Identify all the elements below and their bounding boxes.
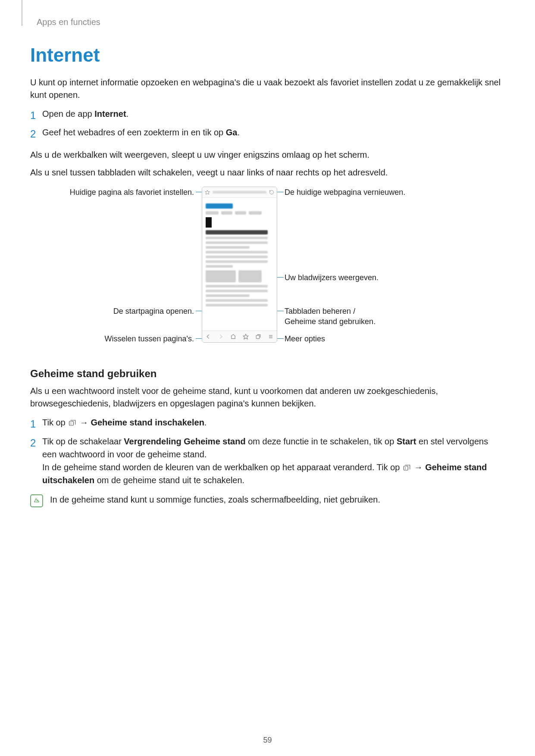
list-item: 2 Geef het webadres of een zoekterm in e… <box>30 126 505 142</box>
note-text: In de geheime stand kunt u sommige funct… <box>50 494 380 506</box>
step-text: Tik op 1 → Geheime stand inschakelen. <box>42 416 505 429</box>
list-item: 2 Tik op de schakelaar Vergrendeling Geh… <box>30 435 505 487</box>
step-text: Tik op de schakelaar Vergrendeling Gehei… <box>42 435 505 487</box>
arrow-text: → <box>412 462 425 472</box>
tabs-icon: 1 <box>403 462 411 469</box>
switch-name: Vergrendeling Geheime stand <box>124 437 245 446</box>
page-content-blur <box>202 198 277 312</box>
note: In de geheime stand kunt u sommige funct… <box>30 494 505 507</box>
home-icon <box>230 334 236 340</box>
text-fragment: Open de app <box>42 109 94 119</box>
secret-intro-paragraph: Als u een wachtwoord instelt voor de geh… <box>30 385 505 410</box>
steps-list-2: 1 Tik op 1 → Geheime stand inschakelen. … <box>30 416 505 486</box>
text-fragment: . <box>126 109 129 119</box>
callout-favorite: Huidige pagina als favoriet instellen. <box>30 187 194 197</box>
text-fragment: . <box>204 418 207 427</box>
intro-paragraph: U kunt op internet informatie opzoeken e… <box>30 76 505 101</box>
callout-more: Meer opties <box>285 334 470 344</box>
arrow-text: → <box>77 418 91 427</box>
step-text: Geef het webadres of een zoekterm in en … <box>42 126 505 142</box>
text-fragment: Geef het webadres of een zoekterm in en … <box>42 128 226 137</box>
svg-text:1: 1 <box>405 466 407 469</box>
refresh-icon <box>269 190 274 195</box>
forward-icon <box>218 334 224 340</box>
tabs-icon <box>255 334 261 340</box>
paragraph-tabs: Als u snel tussen tabbladen wilt schakel… <box>30 166 505 179</box>
note-icon <box>30 494 43 507</box>
svg-marker-1 <box>243 334 248 340</box>
svg-rect-2 <box>256 335 260 339</box>
button-name: Start <box>397 437 416 446</box>
back-icon <box>205 334 211 340</box>
side-rule <box>22 0 22 26</box>
step-number: 2 <box>30 126 42 142</box>
action-name: Ga <box>226 128 238 137</box>
page: Apps en functies Internet U kunt op inte… <box>0 0 535 756</box>
step-number: 2 <box>30 435 42 451</box>
step-number: 1 <box>30 107 42 123</box>
callout-nav: Wisselen tussen pagina's. <box>30 334 194 344</box>
text-fragment: In de geheime stand worden de kleuren va… <box>42 462 402 472</box>
list-item: 1 Open de app Internet. <box>30 107 505 123</box>
menu-item-name: Geheime stand inschakelen <box>91 418 204 427</box>
text-fragment: Tik op de schakelaar <box>42 437 124 446</box>
app-name: Internet <box>94 109 126 119</box>
phone-mock <box>202 187 277 343</box>
paragraph-toolbar: Als u de werkbalken wilt weergeven, slee… <box>30 149 505 161</box>
steps-list-1: 1 Open de app Internet. 2 Geef het webad… <box>30 107 505 142</box>
text-fragment: om de geheime stand uit te schakelen. <box>94 475 244 485</box>
text-fragment: om deze functie in te schakelen, tik op <box>246 437 397 446</box>
tabs-icon: 1 <box>69 417 76 424</box>
list-item: 1 Tik op 1 → Geheime stand inschakelen. <box>30 416 505 432</box>
text-fragment: . <box>238 128 240 137</box>
step-number: 1 <box>30 416 42 432</box>
breadcrumb: Apps en functies <box>37 17 505 27</box>
address-bar <box>202 187 277 198</box>
menu-icon <box>268 334 274 340</box>
callout-tabs: Tabbladen beheren / Geheime stand gebrui… <box>285 306 470 327</box>
secret-mode-heading: Geheime stand gebruiken <box>30 368 505 380</box>
url-placeholder <box>213 191 266 194</box>
callout-bookmarks: Uw bladwijzers weergeven. <box>285 273 470 283</box>
step-text: Open de app Internet. <box>42 107 505 123</box>
browser-toolbar <box>202 331 277 342</box>
svg-text:1: 1 <box>70 422 72 425</box>
page-number: 59 <box>0 736 535 745</box>
page-title: Internet <box>30 44 505 66</box>
figure: Huidige pagina als favoriet instellen. D… <box>30 187 505 355</box>
callout-refresh: De huidige webpagina vernieuwen. <box>285 187 470 197</box>
svg-marker-0 <box>205 190 210 194</box>
star-icon <box>205 190 210 195</box>
bookmark-icon <box>243 334 249 340</box>
text-fragment: Tik op <box>42 418 68 427</box>
callout-home: De startpagina openen. <box>30 306 194 316</box>
